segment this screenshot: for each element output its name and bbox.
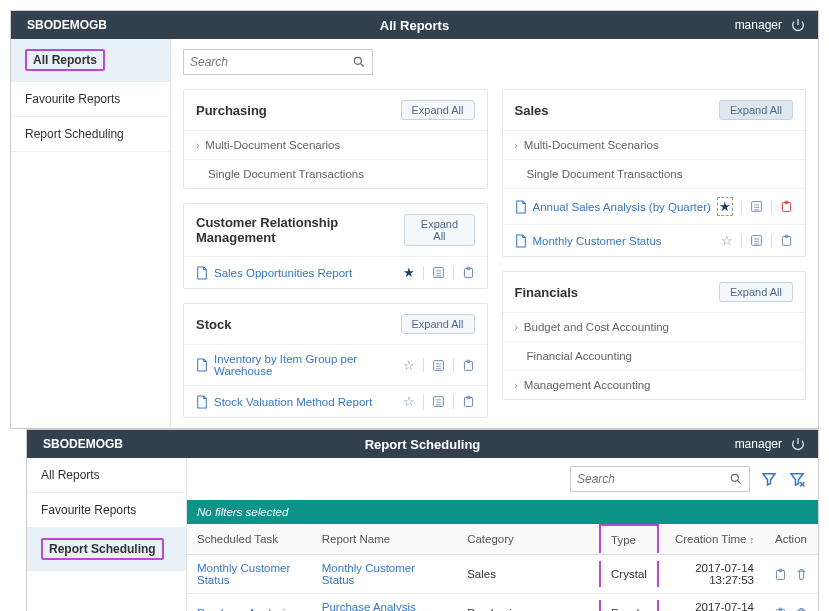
cell-link[interactable]: Monthly Customer Status — [312, 555, 457, 594]
divider — [453, 266, 454, 280]
divider — [423, 266, 424, 280]
screenshot-report-scheduling: SBODEMOGB Report Scheduling manager All … — [26, 429, 819, 611]
brand-label: SBODEMOGB — [27, 437, 187, 451]
filter-icon[interactable] — [760, 470, 778, 488]
panel-row[interactable]: ›Management Accounting — [503, 371, 806, 399]
panel-row[interactable]: Stock Valuation Method Report☆ — [184, 386, 487, 417]
schedule-icon[interactable] — [780, 200, 793, 213]
search-icon[interactable] — [352, 55, 366, 69]
expand-all-button[interactable]: Expand All — [719, 100, 793, 120]
panel-header: StockExpand All — [184, 304, 487, 345]
row-label: Multi-Document Scenarios — [205, 139, 474, 151]
document-icon — [515, 234, 527, 248]
column-header[interactable]: Scheduled Task — [187, 524, 312, 555]
report-link[interactable]: Annual Sales Analysis (by Quarter) — [533, 201, 712, 213]
page-title: All Reports — [380, 18, 449, 33]
filter-status-bar: No filters selected — [187, 500, 818, 524]
report-link[interactable]: Sales Opportunities Report — [214, 267, 397, 279]
clear-filter-icon[interactable] — [788, 470, 806, 488]
document-icon — [196, 266, 208, 280]
row-actions: ★ — [403, 265, 475, 280]
document-icon — [196, 395, 208, 409]
delete-icon[interactable] — [795, 607, 808, 612]
topbar: SBODEMOGB Report Scheduling manager — [27, 430, 818, 458]
search-box[interactable] — [570, 466, 750, 492]
schedule-icon[interactable] — [780, 234, 793, 247]
table-body: Monthly Customer StatusMonthly Customer … — [187, 555, 818, 612]
column-header[interactable]: Action — [764, 524, 818, 555]
search-input[interactable] — [190, 55, 352, 69]
expand-all-button[interactable]: Expand All — [719, 282, 793, 302]
power-icon[interactable] — [790, 17, 806, 33]
panel-row[interactable]: ›Multi-Document Scenarios — [184, 131, 487, 160]
content: No filters selected Scheduled TaskReport… — [187, 458, 818, 611]
column-header[interactable]: Type — [599, 524, 659, 555]
grid-icon[interactable] — [432, 359, 445, 372]
row-actions: ☆ — [403, 394, 475, 409]
chevron-right-icon: › — [196, 140, 199, 151]
cell-link[interactable]: Monthly Customer Status — [187, 555, 312, 594]
cell-text: 2017-07-14 13:27:53 — [659, 555, 764, 594]
row-label: Single Document Transactions — [515, 168, 794, 180]
cell-link[interactable]: Purchase Analysis Report — [312, 594, 457, 612]
cell-text: 2017-07-14 13:27:05 — [659, 594, 764, 612]
favourite-star-icon[interactable]: ☆ — [721, 233, 733, 248]
sidebar-item-label: All Reports — [25, 49, 105, 71]
search-icon[interactable] — [729, 472, 743, 486]
divider — [771, 234, 772, 248]
delete-icon[interactable] — [795, 568, 808, 581]
report-link[interactable]: Stock Valuation Method Report — [214, 396, 397, 408]
user-label: manager — [735, 18, 782, 32]
grid-icon[interactable] — [432, 395, 445, 408]
report-link[interactable]: Monthly Customer Status — [533, 235, 716, 247]
column-header[interactable]: Report Name — [312, 524, 457, 555]
favourite-star-icon[interactable]: ☆ — [403, 358, 415, 373]
sidebar-item[interactable]: Favourite Reports — [11, 82, 170, 117]
row-actions: ☆ — [721, 233, 793, 248]
column-header[interactable]: Creation Time↕ — [659, 524, 764, 555]
panel-title: Stock — [196, 317, 231, 332]
panel-header: PurchasingExpand All — [184, 90, 487, 131]
expand-all-button[interactable]: Expand All — [404, 214, 474, 246]
grid-icon[interactable] — [750, 200, 763, 213]
sidebar-item[interactable]: Favourite Reports — [27, 493, 186, 528]
edit-schedule-icon[interactable] — [774, 607, 787, 612]
sidebar-item[interactable]: All Reports — [27, 458, 186, 493]
sidebar-item[interactable]: Report Scheduling — [11, 117, 170, 152]
favourite-star-icon[interactable]: ★ — [403, 265, 415, 280]
sidebar: All ReportsFavourite ReportsReport Sched… — [27, 458, 187, 611]
sidebar-item[interactable]: All Reports — [11, 39, 170, 82]
favourite-star-icon[interactable]: ★ — [719, 199, 731, 214]
page-title: Report Scheduling — [365, 437, 481, 452]
divider — [423, 395, 424, 409]
power-icon[interactable] — [790, 436, 806, 452]
panel-row[interactable]: Annual Sales Analysis (by Quarter)★ — [503, 189, 806, 225]
expand-all-button[interactable]: Expand All — [401, 100, 475, 120]
brand-label: SBODEMOGB — [11, 18, 171, 32]
cell-link[interactable]: Purchase Analysis — [187, 594, 312, 612]
svg-point-32 — [731, 474, 738, 481]
sidebar-item[interactable]: Report Scheduling — [27, 528, 186, 571]
panel-row[interactable]: Sales Opportunities Report★ — [184, 257, 487, 288]
action-cell — [764, 594, 818, 612]
expand-all-button[interactable]: Expand All — [401, 314, 475, 334]
panel-row[interactable]: ›Multi-Document Scenarios — [503, 131, 806, 160]
grid-icon[interactable] — [432, 266, 445, 279]
panel-row[interactable]: ›Budget and Cost Accounting — [503, 313, 806, 342]
favourite-star-icon[interactable]: ☆ — [403, 394, 415, 409]
search-box[interactable] — [183, 49, 373, 75]
panel-title: Financials — [515, 285, 579, 300]
schedule-icon[interactable] — [462, 359, 475, 372]
edit-schedule-icon[interactable] — [774, 568, 787, 581]
grid-icon[interactable] — [750, 234, 763, 247]
schedule-icon[interactable] — [462, 266, 475, 279]
row-label: Multi-Document Scenarios — [524, 139, 793, 151]
panel-row[interactable]: Inventory by Item Group per Warehouse☆ — [184, 345, 487, 386]
panel-title: Customer Relationship Management — [196, 215, 404, 245]
report-link[interactable]: Inventory by Item Group per Warehouse — [214, 353, 397, 377]
report-panel: Customer Relationship ManagementExpand A… — [183, 203, 488, 289]
panel-row[interactable]: Monthly Customer Status☆ — [503, 225, 806, 256]
schedule-icon[interactable] — [462, 395, 475, 408]
column-header[interactable]: Category — [457, 524, 599, 555]
search-input[interactable] — [577, 472, 729, 486]
